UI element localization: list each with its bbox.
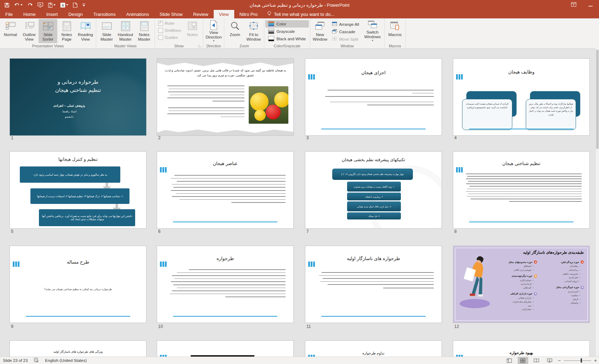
handout-master-button[interactable]: Handout Master (116, 19, 135, 43)
slide-4-thumbnail[interactable]: وظایف هیجان هیجانها سازگارانه بوده و احت… (453, 58, 590, 136)
slide-number: 3 (306, 135, 309, 140)
normal-view-button[interactable]: Normal (1, 19, 20, 43)
tab-animations[interactable]: Animations (121, 10, 154, 18)
minimize-icon[interactable] (588, 2, 593, 8)
accent-underline (321, 129, 426, 130)
tab-design[interactable]: Design (63, 10, 88, 18)
tab-view[interactable]: View (214, 10, 234, 18)
notes-page-icon (62, 20, 72, 33)
ribbon-tab-row: File Home Insert Design Transitions Anim… (0, 10, 599, 18)
torn-paper-decoration (157, 59, 293, 67)
group-color-grayscale: Color Grayscale Black and White Color/Gr… (264, 18, 310, 48)
arrange-all-button[interactable]: Arrange All (329, 20, 362, 28)
torn-paper-decoration (157, 129, 293, 135)
tell-me-box[interactable]: Tell me what you want to do... (263, 10, 339, 18)
black-and-white-icon (268, 36, 274, 41)
outline-view-button[interactable]: Outline View (20, 19, 39, 43)
zoom-icon (230, 20, 240, 33)
macros-icon (390, 20, 400, 33)
accent-underline (321, 316, 426, 317)
normal-view-status-button[interactable] (504, 357, 515, 364)
slide-7-thumbnail[interactable]: تکنیکهای پیشرفته نظم بخشی هیجان چهار مها… (305, 151, 442, 229)
handout-master-icon (121, 20, 131, 33)
slide-12-thumbnail[interactable]: طبقه‌بندی طرحواره‌های ناسازگار اولیه حوز… (453, 246, 590, 323)
slide-sorter-status-button[interactable] (518, 357, 528, 364)
slide-3-thumbnail[interactable]: اجزای هیجان (305, 58, 442, 136)
tab-review[interactable]: Review (188, 10, 214, 18)
body-text-skeleton (313, 90, 434, 108)
slide-9-thumbnail[interactable]: طرح مساله طرحواره درمانی چه کمکی به تنظی… (10, 246, 146, 323)
body-text-skeleton (313, 272, 434, 291)
grayscale-icon (268, 29, 274, 34)
accent-underline (469, 129, 574, 130)
accent-bars-icon (456, 74, 463, 80)
zoom-button[interactable]: Zoom (225, 19, 244, 43)
tab-home[interactable]: Home (18, 10, 41, 18)
vertical-scrollbar[interactable] (595, 48, 599, 357)
category-icon (534, 260, 537, 264)
checkbox-icon (158, 35, 163, 40)
grayscale-button[interactable]: Grayscale (265, 28, 309, 35)
body-text-skeleton (165, 107, 244, 119)
view-direction-button[interactable]: View Direction (204, 19, 223, 43)
zoom-in-button[interactable]: + (594, 358, 597, 363)
language-indicator[interactable]: English (United States) (45, 358, 87, 363)
slide-number: 7 (306, 229, 309, 234)
slide-body-text: طرحواره درمانی چه کمکی به تنظیم شناختی ه… (21, 288, 136, 291)
tab-transitions[interactable]: Transitions (88, 10, 121, 18)
slide-show-status-button[interactable] (545, 357, 555, 364)
ribbon-display-options-icon[interactable] (571, 2, 576, 8)
slide-5-thumbnail[interactable]: تنظیم و کنترل هیجانها یه نظر سالووی و ما… (10, 151, 146, 229)
flow-box: چهار مهارت پیشرفته نظم بخشی هیجان وجود د… (332, 169, 413, 180)
slide-number: 12 (454, 324, 459, 329)
slide-2-thumbnail[interactable]: به هیجان عاطفه نیز گفته می شود که عمدتا … (157, 58, 294, 136)
guides-checkbox[interactable]: Guides (158, 35, 181, 40)
gridlines-checkbox[interactable]: Gridlines (158, 28, 181, 33)
spell-check-icon[interactable] (34, 358, 39, 363)
black-and-white-button[interactable]: Black and White (265, 35, 309, 42)
notes-master-button[interactable]: Notes Master (135, 19, 154, 43)
tab-slide-show[interactable]: Slide Show (154, 10, 188, 18)
color-icon (268, 21, 274, 27)
scrollbar-thumb[interactable] (596, 50, 599, 149)
group-label: Window (310, 44, 384, 48)
tab-nitro-pro[interactable]: Nitro Pro (234, 10, 263, 18)
fit-to-window-button[interactable]: Fit to Window (244, 19, 263, 43)
accent-bars-icon (160, 262, 167, 267)
color-button[interactable]: Color (265, 20, 309, 28)
switch-windows-button[interactable]: Switch Windows (362, 19, 383, 43)
move-split-button[interactable]: Move Split (329, 35, 362, 43)
group-label: Show (155, 44, 203, 48)
slide-master-button[interactable]: Slide Master (97, 19, 116, 43)
reading-view-status-button[interactable] (531, 357, 542, 364)
step-box: ۴. حل مساله (347, 212, 401, 219)
zoom-slider-handle[interactable] (581, 358, 582, 363)
zoom-slider[interactable] (564, 360, 591, 361)
zoom-out-button[interactable]: − (558, 358, 561, 363)
slide-10-thumbnail[interactable]: طرحواره (157, 246, 294, 323)
ruler-checkbox[interactable]: Ruler (158, 21, 181, 26)
reading-view-icon (80, 20, 91, 33)
step-box: ۲. رویارویی با هیجان (347, 193, 401, 200)
notes-page-button[interactable]: Notes Page (57, 19, 76, 43)
slide-title: اجزای هیجان (316, 70, 431, 75)
slide-number: 10 (158, 324, 163, 329)
slide-title: طرحواره درمانی وتنظیم شناختی هیجان (17, 78, 139, 94)
group-show: Ruler Gridlines Guides Notes Show (155, 18, 203, 48)
cascade-icon (332, 29, 337, 34)
macros-button[interactable]: Macros (386, 19, 404, 43)
slide-11-thumbnail[interactable]: طرحواره های ناسازگار اولیه (305, 246, 442, 323)
reading-view-button[interactable]: Reading View (76, 19, 95, 43)
status-bar: Slide 23 of 23 English (United States) −… (0, 357, 599, 364)
person-illustration (460, 255, 493, 308)
slide-8-thumbnail[interactable]: تنظیم شناختی هیجان (453, 151, 590, 229)
tab-file[interactable]: File (0, 10, 18, 18)
new-window-button[interactable]: New Window (311, 19, 329, 43)
slide-counter[interactable]: Slide 23 of 23 (3, 358, 28, 363)
notes-button[interactable]: Notes (183, 19, 202, 43)
tab-insert[interactable]: Insert (41, 10, 63, 18)
slide-6-thumbnail[interactable]: عناصر هیجان (157, 151, 294, 229)
slide-sorter-button[interactable]: Slide Sorter (39, 19, 57, 43)
cascade-button[interactable]: Cascade (329, 28, 362, 35)
slide-1-thumbnail[interactable]: طرحواره درمانی وتنظیم شناختی هیجان پژوهش… (10, 58, 146, 136)
